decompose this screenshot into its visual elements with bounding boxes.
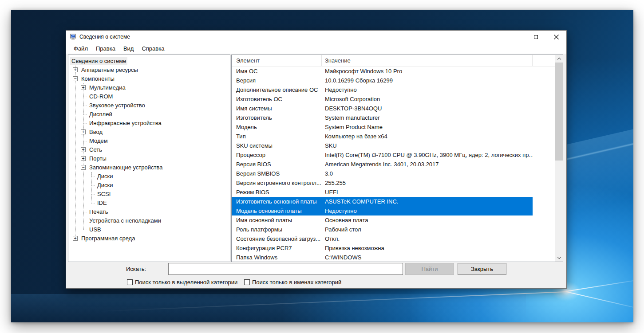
table-row[interactable]: ИзготовительSystem manufacturer [232, 113, 533, 122]
tree-item[interactable]: IDE [68, 199, 230, 208]
tree-item[interactable]: Звуковое устройство [68, 101, 230, 110]
tree-item[interactable]: Сведения о системе [68, 57, 230, 66]
table-row[interactable]: Версия BIOSAmerican Megatrends Inc. 3401… [232, 160, 533, 169]
category-tree-panel: Сведения о системе+Аппаратные ресурсы−Ко… [68, 55, 230, 262]
tree-item-label: USB [88, 226, 103, 233]
expand-plus-icon[interactable]: + [81, 85, 86, 90]
tree-item[interactable]: Диски [68, 181, 230, 190]
table-row[interactable]: Версия встроенного контролл...255.255 [232, 178, 533, 188]
menu-view[interactable]: Вид [119, 44, 138, 53]
table-row[interactable]: Имя ОСМайкрософт Windows 10 Pro [232, 67, 533, 76]
checkbox-selected-category[interactable]: Поиск только в выделенной категории [127, 279, 237, 286]
tree-item[interactable]: +Аппаратные ресурсы [68, 66, 230, 74]
minimize-icon [513, 37, 518, 37]
close-search-button[interactable]: Закрыть [458, 263, 506, 275]
table-cell-item: Версия [232, 77, 322, 84]
find-button[interactable]: Найти [405, 263, 454, 275]
menu-file[interactable]: Файл [70, 44, 92, 53]
table-cell-item: Модель основной платы [232, 208, 322, 214]
tree-item-label: Сеть [88, 146, 103, 153]
title-bar[interactable]: Сведения о системе [66, 31, 566, 43]
table-row[interactable]: SKU системыSKU [232, 141, 533, 150]
table-cell-item: Конфигурация PCR7 [232, 245, 322, 251]
tree-item-label: Устройства с неполадками [88, 217, 162, 224]
table-row[interactable]: Дополнительное описание ОСНедоступно [232, 85, 533, 94]
window-title: Сведения о системе [79, 34, 130, 40]
scroll-up-button[interactable] [555, 55, 563, 63]
table-cell-item: Папка Windows [232, 254, 322, 261]
table-row[interactable]: Версия10.0.16299 Сборка 16299 [232, 76, 533, 85]
collapse-minus-icon[interactable]: − [73, 76, 78, 81]
search-input[interactable] [168, 263, 403, 275]
table-row[interactable]: Имя системыDESKTOP-3BN4OQU [232, 104, 533, 113]
table-row[interactable]: Изготовитель ОСMicrosoft Corporation [232, 94, 533, 104]
scroll-down-button[interactable] [555, 254, 563, 262]
expand-plus-icon[interactable]: + [81, 129, 86, 134]
tree-item-label: SCSI [96, 190, 112, 198]
tree-item[interactable]: +Программная среда [68, 234, 230, 243]
tree-item-label: IDE [96, 199, 108, 207]
checkbox-category-names-label: Поиск только в именах категорий [252, 279, 341, 286]
table-cell-value: Intel(R) Core(TM) i3-7100 CPU @ 3.90GHz,… [322, 152, 533, 158]
menu-help[interactable]: Справка [138, 44, 168, 53]
table-cell-value: Недоступно [322, 208, 533, 214]
checkbox-icon[interactable] [244, 279, 250, 285]
collapse-minus-icon[interactable]: − [81, 165, 86, 170]
tree-item[interactable]: −Компоненты [68, 74, 230, 83]
tree-item[interactable]: −Запоминающие устройства [68, 163, 230, 172]
column-header-item[interactable]: Элемент [232, 55, 322, 66]
table-row[interactable]: Роль платформыРабочий стол [232, 225, 533, 234]
scrollbar-thumb[interactable] [555, 63, 563, 161]
expand-plus-icon[interactable]: + [81, 147, 86, 152]
expand-plus-icon[interactable]: + [73, 67, 78, 72]
tree-item[interactable]: SCSI [68, 190, 230, 199]
tree-item[interactable]: Дисплей [68, 110, 230, 119]
expand-plus-icon[interactable]: + [81, 156, 86, 161]
tree-item[interactable]: Инфракрасные устройства [68, 119, 230, 128]
tree-item-label: Диски [96, 181, 115, 189]
table-row[interactable]: МодельSystem Product Name [232, 122, 533, 132]
tree-item[interactable]: +Сеть [68, 145, 230, 154]
table-cell-value: Привязка невозможна [322, 245, 533, 251]
table-row[interactable]: Имя основной платыОсновная плата [232, 215, 533, 225]
tree-item[interactable]: USB [68, 225, 230, 234]
tree-item-label: Программная среда [80, 235, 136, 242]
table-header: Элемент Значение [232, 55, 563, 67]
checkbox-icon[interactable] [127, 279, 133, 285]
tree-item-label: CD-ROM [88, 93, 114, 100]
tree-item[interactable]: +Порты [68, 154, 230, 163]
tree-item-label: Запоминающие устройства [88, 164, 164, 171]
maximize-button[interactable] [525, 31, 546, 43]
tree-item[interactable]: Диски [68, 172, 230, 181]
table-cell-item: Версия SMBIOS [232, 170, 322, 177]
table-row[interactable]: ПроцессорIntel(R) Core(TM) i3-7100 CPU @… [232, 150, 533, 160]
search-label: Искать: [126, 266, 146, 272]
tree-item[interactable]: Печать [68, 208, 230, 216]
table-row[interactable]: Модель основной платыНедоступно [232, 206, 533, 215]
tree-item[interactable]: CD-ROM [68, 92, 230, 101]
tree-item-label: Порты [88, 155, 108, 162]
tree-item[interactable]: Устройства с неполадками [68, 216, 230, 225]
tree-item-label: Компоненты [80, 75, 116, 82]
table-row[interactable]: Состояние безопасной загруз...Откл. [232, 234, 533, 243]
vertical-scrollbar[interactable] [555, 55, 563, 262]
column-header-value[interactable]: Значение [322, 55, 533, 66]
tree-item[interactable]: +Мультимедиа [68, 83, 230, 92]
table-row[interactable]: Режим BIOSUEFI [232, 188, 533, 197]
minimize-button[interactable] [505, 31, 525, 43]
menu-edit[interactable]: Правка [92, 44, 119, 53]
table-row[interactable]: Изготовитель основной платыASUSTeK COMPU… [232, 197, 533, 206]
close-button[interactable] [546, 31, 566, 43]
table-row[interactable]: ТипКомпьютер на базе x64 [232, 132, 533, 141]
checkbox-category-names[interactable]: Поиск только в именах категорий [244, 279, 341, 286]
table-row[interactable]: Версия SMBIOS3.0 [232, 169, 533, 178]
expand-plus-icon[interactable]: + [73, 236, 78, 241]
table-row[interactable]: Конфигурация PCR7Привязка невозможна [232, 243, 533, 253]
tree-item-label: Мультимедиа [88, 84, 127, 91]
tree-connector [83, 97, 87, 97]
tree-connector [83, 141, 87, 141]
tree-item[interactable]: Модем [68, 137, 230, 145]
table-row[interactable]: Папка WindowsC:\WINDOWS [232, 253, 533, 262]
tree-item[interactable]: +Ввод [68, 128, 230, 137]
table-cell-value: Откл. [322, 235, 533, 242]
